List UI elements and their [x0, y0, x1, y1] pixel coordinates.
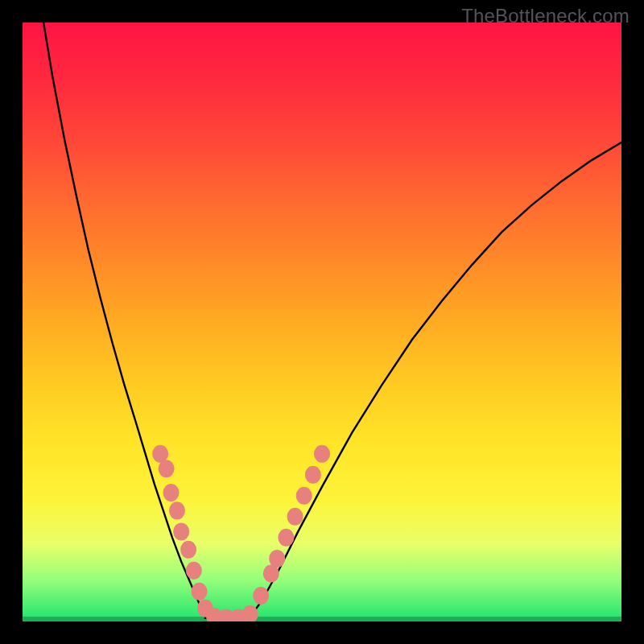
- marker-group: [152, 445, 330, 621]
- data-marker: [253, 587, 269, 605]
- data-marker: [163, 484, 180, 502]
- data-marker: [287, 508, 303, 526]
- chart-svg: [23, 23, 621, 621]
- data-marker: [296, 487, 312, 505]
- data-marker: [159, 460, 175, 477]
- bottleneck-curve: [43, 23, 621, 619]
- data-marker: [169, 502, 185, 519]
- data-marker: [191, 583, 207, 601]
- data-marker: [180, 541, 196, 559]
- data-marker: [186, 562, 202, 580]
- plot-area: [23, 23, 621, 621]
- curve-group: [43, 23, 621, 619]
- data-marker: [305, 466, 321, 484]
- data-marker: [173, 522, 189, 540]
- data-marker: [278, 529, 294, 547]
- data-marker: [314, 445, 330, 463]
- data-marker: [269, 550, 285, 568]
